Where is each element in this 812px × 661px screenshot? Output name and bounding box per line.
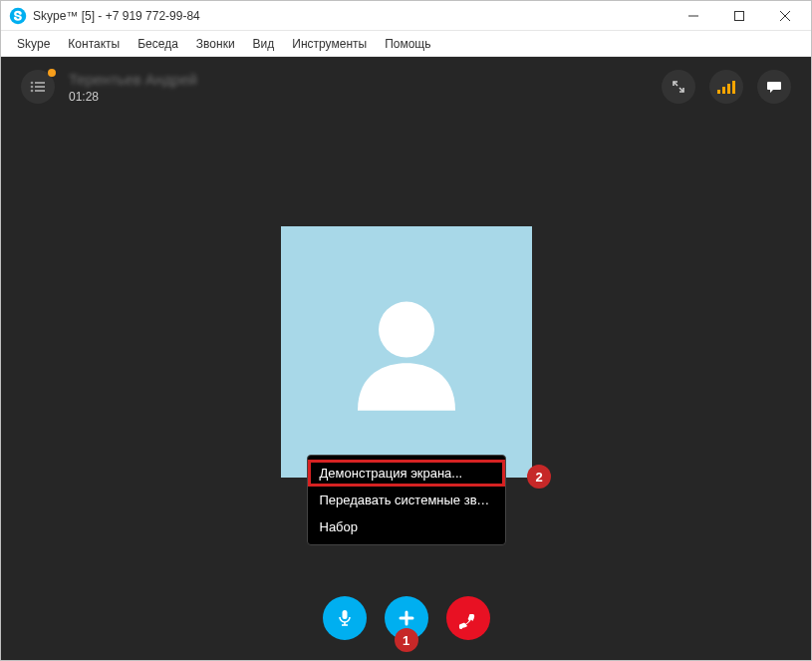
signal-icon <box>717 80 735 94</box>
avatar <box>281 226 532 478</box>
call-quality-button[interactable] <box>709 70 743 104</box>
close-button[interactable] <box>771 6 799 26</box>
maximize-button[interactable] <box>725 6 753 26</box>
annotation-badge-1: 1 <box>395 628 418 652</box>
call-controls: 1 <box>323 596 490 640</box>
svg-rect-2 <box>735 11 744 20</box>
popup-item-share-screen[interactable]: Демонстрация экрана... <box>308 460 505 487</box>
contact-name: Терентьев Андрей <box>69 71 197 88</box>
svg-rect-6 <box>35 82 45 84</box>
svg-point-13 <box>379 302 434 358</box>
contacts-list-button[interactable] <box>21 70 55 104</box>
mic-button[interactable] <box>323 596 367 640</box>
svg-rect-14 <box>342 610 347 619</box>
skype-app-icon <box>9 7 27 25</box>
window-controls <box>679 6 799 26</box>
menu-tools[interactable]: Инструменты <box>284 34 375 54</box>
menu-bar: Skype Контакты Беседа Звонки Вид Инструм… <box>1 31 811 57</box>
svg-point-7 <box>31 86 34 89</box>
plus-menu-popup: Демонстрация экрана... Передавать систем… <box>307 455 506 545</box>
chat-button[interactable] <box>757 70 791 104</box>
menu-help[interactable]: Помощь <box>377 34 438 54</box>
annotation-badge-2: 2 <box>527 465 551 489</box>
menu-contacts[interactable]: Контакты <box>60 34 128 54</box>
menu-skype[interactable]: Skype <box>9 34 58 54</box>
svg-point-9 <box>31 90 34 93</box>
svg-rect-10 <box>35 90 45 92</box>
fullscreen-button[interactable] <box>662 70 695 104</box>
avatar-placeholder-icon <box>337 282 476 422</box>
status-indicator <box>48 69 56 77</box>
minimize-button[interactable] <box>679 6 707 26</box>
window-titlebar: Skype™ [5] - +7 919 772-99-84 <box>1 1 811 31</box>
popup-item-system-sounds[interactable]: Передавать системные звуки... <box>308 487 505 513</box>
call-top-controls <box>662 70 791 104</box>
call-topbar: Терентьев Андрей 01:28 <box>1 57 811 117</box>
call-duration: 01:28 <box>69 90 197 104</box>
contact-info: Терентьев Андрей 01:28 <box>69 71 197 104</box>
menu-calls[interactable]: Звонки <box>188 34 243 54</box>
menu-conversation[interactable]: Беседа <box>130 34 186 54</box>
svg-rect-8 <box>35 86 45 88</box>
menu-view[interactable]: Вид <box>245 34 283 54</box>
hangup-button[interactable] <box>446 596 490 640</box>
plus-button[interactable]: 1 <box>385 596 428 640</box>
popup-item-dialpad[interactable]: Набор <box>308 513 505 540</box>
window-title: Skype™ [5] - +7 919 772-99-84 <box>33 9 679 23</box>
svg-point-5 <box>31 82 34 85</box>
call-area: Терентьев Андрей 01:28 Демонстр <box>1 57 811 660</box>
